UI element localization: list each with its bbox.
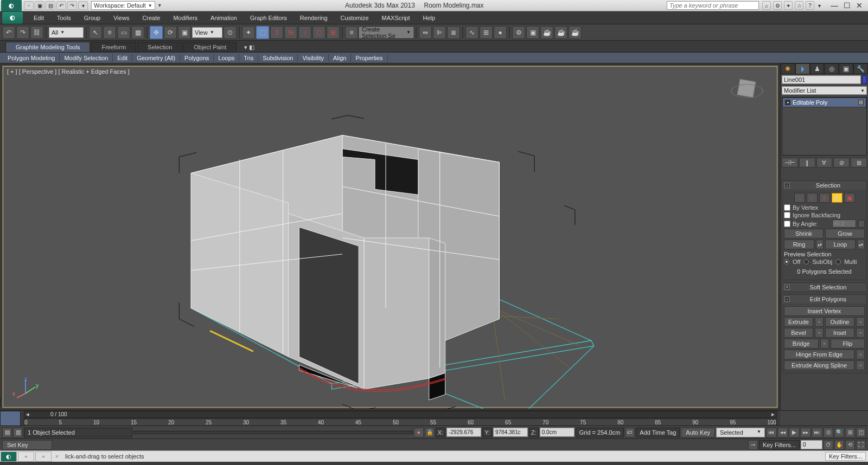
ribbon-panel-subdivision[interactable]: Subdivision	[258, 54, 298, 62]
snap-options-icon[interactable]: ⊞	[327, 26, 340, 39]
inset-settings-icon[interactable]: ▫	[856, 328, 865, 338]
subobj-vertex-icon[interactable]: ⁘	[794, 193, 805, 203]
rollout-toggle-icon[interactable]: +	[784, 285, 790, 290]
link-icon[interactable]: ⛓	[30, 26, 43, 39]
render-frame-icon[interactable]: ▣	[526, 26, 539, 39]
bevel-button[interactable]: Bevel	[784, 328, 813, 338]
spinner-snap-icon[interactable]: ↕	[298, 26, 311, 39]
menu-tools[interactable]: Tools	[50, 12, 78, 23]
lock-selection-icon[interactable]: ●	[414, 428, 424, 437]
ribbon-panel-visibility[interactable]: Visibility	[298, 54, 329, 62]
range-left-icon[interactable]: ◂	[24, 411, 31, 418]
insert-vertex-button[interactable]: Insert Vertex	[784, 306, 865, 316]
scale-icon[interactable]: ▣	[178, 26, 191, 39]
edge-constraint-icon[interactable]: ⬡	[312, 26, 326, 39]
select-by-name-icon[interactable]: ≡	[103, 26, 116, 39]
grow-button[interactable]: Grow	[825, 229, 865, 238]
remove-mod-icon[interactable]: ⊘	[833, 158, 850, 167]
range-right-icon[interactable]: ▸	[770, 411, 776, 418]
curve-editor-icon[interactable]: ∿	[465, 26, 478, 39]
ribbon-panel-align[interactable]: Align	[329, 54, 351, 62]
coord-y[interactable]: 9784.381c	[493, 428, 528, 437]
zoom-icon[interactable]: 🔍	[834, 428, 844, 437]
subobj-border-icon[interactable]: ◊	[819, 193, 830, 203]
rect-select-icon[interactable]: ▭	[117, 26, 130, 39]
key-filters-button[interactable]: Key Filters...	[759, 440, 800, 450]
select-object-icon[interactable]: ↖	[89, 26, 102, 39]
selection-filter-dropdown[interactable]: All▼	[49, 27, 84, 38]
ribbon-panel-properties[interactable]: Properties	[351, 54, 387, 62]
menu-maxscript[interactable]: MAXScript	[375, 12, 417, 23]
preview-subobj-radio[interactable]	[803, 259, 809, 264]
bevel-settings-icon[interactable]: ▫	[815, 328, 824, 338]
tab-motion-icon[interactable]: ◎	[824, 63, 839, 74]
menu-customize[interactable]: Customize	[334, 12, 375, 23]
viewport-perspective[interactable]: [ + ] [ Perspective ] [ Realistic + Edge…	[1, 64, 779, 409]
schematic-icon[interactable]: ⊞	[480, 26, 493, 39]
bridge-button[interactable]: Bridge	[784, 339, 819, 348]
subobj-edge-icon[interactable]: ∕	[807, 193, 818, 203]
render-icon[interactable]: ☕	[540, 26, 553, 39]
close-button[interactable]: ✕	[856, 1, 863, 10]
time-tag-icon[interactable]: 🏷	[625, 428, 635, 437]
ring-button[interactable]: Ring	[784, 240, 814, 249]
layers-icon[interactable]: ≣	[447, 26, 460, 39]
menu-views[interactable]: Views	[107, 12, 136, 23]
snap-toggle-icon[interactable]: ⬚	[256, 26, 269, 39]
named-set-dropdown[interactable]: Create Selection Se▼	[359, 27, 413, 38]
pivot-icon[interactable]: ⊙	[224, 26, 237, 39]
viewcube[interactable]	[731, 75, 763, 107]
time-config-icon[interactable]: ⏱	[824, 440, 833, 450]
menu-help[interactable]: Help	[417, 12, 442, 23]
tab-selection[interactable]: Selection	[137, 42, 182, 52]
orbit-icon[interactable]: ⟲	[845, 440, 855, 450]
ribbon-panel-modify-selection[interactable]: Modify Selection	[60, 54, 113, 62]
goto-end-icon[interactable]: ⏭	[812, 428, 822, 437]
render-setup-icon[interactable]: ⚙	[512, 26, 525, 39]
maximize-viewport-icon[interactable]: ⛶	[856, 440, 866, 450]
current-frame[interactable]: 0	[801, 440, 822, 449]
pan-icon[interactable]: ✋	[834, 440, 844, 450]
qat-redo-icon[interactable]: ↷	[67, 1, 77, 10]
subobj-element-icon[interactable]: ▣	[844, 193, 855, 203]
taskbar-close-icon[interactable]: ×	[52, 453, 62, 460]
rollout-toggle-icon[interactable]: -	[784, 183, 790, 188]
help-dropdown-icon[interactable]: ▾	[816, 1, 822, 10]
mirror-icon[interactable]: ⇔	[419, 26, 432, 39]
isolate-icon[interactable]: ⊙	[824, 428, 833, 437]
angle-snap-icon[interactable]: 3	[270, 26, 283, 39]
taskbar-tab-icon[interactable]: ▫	[18, 451, 34, 462]
tab-create-icon[interactable]: ✺	[781, 63, 795, 74]
goto-start-icon[interactable]: ⏮	[766, 428, 777, 437]
menu-animation[interactable]: Animation	[204, 12, 244, 23]
rollout-toggle-icon[interactable]: -	[784, 296, 790, 302]
redo-icon[interactable]: ↷	[16, 26, 29, 39]
menu-group[interactable]: Group	[78, 12, 107, 23]
tab-freeform[interactable]: Freeform	[91, 42, 136, 52]
viewport-play-icon[interactable]: ▶	[0, 398, 1, 406]
outline-settings-icon[interactable]: ▫	[856, 317, 865, 327]
loop-spinner-icon[interactable]: ▴▾	[857, 240, 865, 249]
tab-display-icon[interactable]: ▣	[839, 63, 853, 74]
lock-icon[interactable]: 🔒	[425, 428, 435, 437]
material-editor-icon[interactable]: ●	[494, 26, 507, 39]
ribbon-panel-polygons[interactable]: Polygons	[180, 54, 214, 62]
refcoord-dropdown[interactable]: View▼	[192, 27, 222, 38]
inset-button[interactable]: Inset	[825, 328, 854, 338]
extrude-spline-settings-icon[interactable]: ▫	[856, 360, 865, 370]
rotate-icon[interactable]: ⟳	[164, 26, 177, 39]
preview-multi-radio[interactable]	[835, 259, 841, 264]
stack-item-editable-poly[interactable]: ▪ Editable Poly	[782, 98, 866, 107]
stack-toggle-icon[interactable]	[858, 100, 864, 105]
key-mode-icon[interactable]: ⊸	[748, 440, 758, 450]
exchange-icon[interactable]: ✦	[784, 1, 793, 10]
minimize-button[interactable]: —	[831, 1, 838, 10]
menu-modifiers[interactable]: Modifiers	[167, 12, 204, 23]
qat-open-icon[interactable]: ▣	[35, 1, 44, 10]
taskbar-tab2-icon[interactable]: ▫	[35, 451, 52, 462]
pin-stack-icon[interactable]: ⊣⊢	[782, 158, 798, 167]
by-angle-checkbox[interactable]	[784, 221, 790, 227]
next-frame-icon[interactable]: ▸▸	[800, 428, 811, 437]
zoom-all-icon[interactable]: ⊞	[845, 428, 855, 437]
modifier-list-dropdown[interactable]: Modifier List▼	[782, 86, 867, 95]
